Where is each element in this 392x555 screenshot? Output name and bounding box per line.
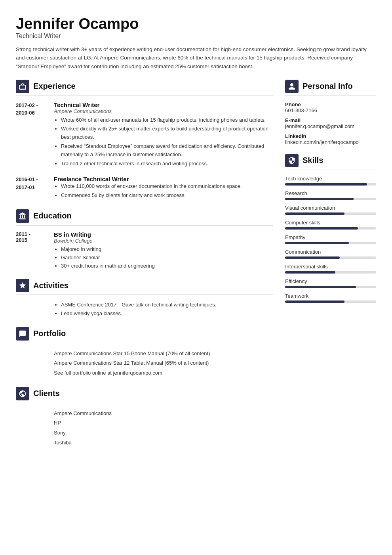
skill-name: Teamwork bbox=[285, 293, 376, 299]
portfolio-section: Portfolio Ampere Communications Star 15 … bbox=[16, 327, 273, 378]
list-item: Majored in writing bbox=[61, 245, 273, 254]
skill-bar-bg bbox=[285, 198, 376, 200]
edu-dates-0: 2011 - 2015 bbox=[16, 231, 48, 270]
header: Jennifer Ocampo Technical Writer Strong … bbox=[16, 16, 376, 71]
list-item: Lead weekly yoga classes. bbox=[61, 309, 273, 318]
skill-bar-fill bbox=[285, 286, 356, 288]
skill-name: Research bbox=[285, 190, 376, 196]
skill-name: Visual communication bbox=[285, 205, 376, 211]
portfolio-list: Ampere Communications Star 15 Phone Manu… bbox=[54, 349, 273, 378]
activities-bullets: ASME Conference 2017—Gave talk on techni… bbox=[54, 300, 273, 318]
skill-item: Teamwork bbox=[285, 293, 376, 303]
skill-name: Interpersonal skills bbox=[285, 264, 376, 270]
skill-bar-bg bbox=[285, 227, 376, 230]
list-item: Gardiner Scholar bbox=[61, 254, 273, 262]
activities-header: Activities bbox=[16, 279, 273, 295]
list-item: Received “Standout Employee” company awa… bbox=[61, 142, 273, 159]
skill-bar-bg bbox=[285, 212, 376, 215]
candidate-name: Jennifer Ocampo bbox=[16, 16, 376, 33]
clients-section: Clients Ampere CommunicationsHPSonyToshi… bbox=[16, 387, 273, 448]
exp-bullets-0: Wrote 60% of all end-user manuals for 15… bbox=[54, 116, 273, 168]
two-column-layout: Experience 2017-02 - 2019-06 Technical W… bbox=[16, 80, 376, 457]
skill-bar-bg bbox=[285, 256, 376, 259]
personal-info-fields: Phone601-303-7166E-mailjennifer.q.ocampo… bbox=[285, 101, 376, 145]
personal-info-value: 601-303-7166 bbox=[285, 107, 376, 113]
skills-list: Tech knowledge Research Visual communica… bbox=[285, 176, 376, 303]
clients-spacer bbox=[16, 409, 48, 448]
exp-dates-0: 2017-02 - 2019-06 bbox=[16, 101, 48, 169]
education-entry-0: 2011 - 2015 BS in Writing Bowdoin Colleg… bbox=[16, 231, 273, 270]
exp-job-title-0: Technical Writer bbox=[54, 101, 273, 108]
personal-info-field: LinkedInlinkedin.com/in/jenniferqocampo bbox=[285, 133, 376, 145]
edu-degree-0: BS in Writing bbox=[54, 231, 273, 238]
experience-section: Experience 2017-02 - 2019-06 Technical W… bbox=[16, 80, 273, 201]
list-item: 30+ credit hours in math and engineering bbox=[61, 262, 273, 270]
star-icon bbox=[19, 281, 27, 289]
personal-info-label: LinkedIn bbox=[285, 133, 376, 139]
personal-info-title: Personal Info bbox=[303, 82, 353, 91]
candidate-title: Technical Writer bbox=[16, 33, 376, 40]
skill-item: Communication bbox=[285, 249, 376, 259]
personal-info-field: Phone601-303-7166 bbox=[285, 101, 376, 113]
skills-gear-icon bbox=[288, 157, 296, 165]
skill-bar-bg bbox=[285, 286, 376, 288]
personal-info-value: linkedin.com/in/jenniferqocampo bbox=[285, 139, 376, 145]
exp-dates-1: 2016-01 - 2017-01 bbox=[16, 176, 48, 201]
skill-item: Empathy bbox=[285, 234, 376, 244]
activities-title: Activities bbox=[33, 281, 69, 290]
skill-name: Communication bbox=[285, 249, 376, 255]
list-item: Trained 2 other technical writers in res… bbox=[61, 160, 273, 168]
clients-icon bbox=[16, 387, 29, 400]
activities-icon bbox=[16, 279, 29, 292]
skill-item: Computer skills bbox=[285, 220, 376, 230]
list-item: See full portfolio online at jenniferqoc… bbox=[54, 368, 273, 378]
skill-bar-fill bbox=[285, 256, 340, 259]
activities-section: Activities ASME Conference 2017—Gave tal… bbox=[16, 279, 273, 318]
skill-item: Interpersonal skills bbox=[285, 264, 376, 274]
skills-header: Skills bbox=[285, 154, 376, 170]
personal-info-label: E-mail bbox=[285, 117, 376, 123]
exp-content-0: Technical Writer Ampere Communications W… bbox=[54, 101, 273, 169]
list-item: Sony bbox=[54, 428, 273, 438]
personal-info-label: Phone bbox=[285, 101, 376, 107]
personal-info-icon bbox=[285, 80, 299, 93]
skill-bar-fill bbox=[285, 271, 335, 274]
experience-icon bbox=[16, 80, 29, 93]
personal-info-value: jennifer.q.ocampo@gmail.com bbox=[285, 123, 376, 129]
skill-bar-fill bbox=[285, 183, 367, 186]
exp-bullets-1: Wrote 110,000 words of end-user document… bbox=[54, 182, 273, 200]
experience-entry-1: 2016-01 - 2017-01 Freelance Technical Wr… bbox=[16, 176, 273, 201]
portfolio-spacer bbox=[16, 349, 48, 378]
list-item: Commended 5x by clients for clarity and … bbox=[61, 191, 273, 200]
edu-school-0: Bowdoin College bbox=[54, 238, 273, 244]
skill-bar-bg bbox=[285, 271, 376, 274]
clients-entry: Ampere CommunicationsHPSonyToshiba bbox=[16, 409, 273, 448]
skill-bar-fill bbox=[285, 227, 358, 230]
list-item: HP bbox=[54, 418, 273, 428]
clients-list: Ampere CommunicationsHPSonyToshiba bbox=[54, 409, 273, 448]
personal-info-header: Personal Info bbox=[285, 80, 376, 96]
skill-name: Computer skills bbox=[285, 220, 376, 226]
skills-section: Skills Tech knowledge Research Visual co… bbox=[285, 154, 376, 303]
education-header: Education bbox=[16, 209, 273, 226]
person-icon bbox=[288, 82, 296, 90]
skill-bar-fill bbox=[285, 212, 344, 215]
portfolio-header: Portfolio bbox=[16, 327, 273, 343]
skill-item: Visual communication bbox=[285, 205, 376, 215]
exp-content-1: Freelance Technical Writer Wrote 110,000… bbox=[54, 176, 273, 201]
portfolio-icon bbox=[16, 327, 29, 341]
skill-item: Efficiency bbox=[285, 278, 376, 288]
activities-entry: ASME Conference 2017—Gave talk on techni… bbox=[16, 300, 273, 318]
skill-bar-fill bbox=[285, 300, 344, 303]
skill-bar-bg bbox=[285, 183, 376, 186]
skill-bar-bg bbox=[285, 300, 376, 303]
list-item: Wrote 60% of all end-user manuals for 15… bbox=[61, 116, 273, 124]
skill-item: Research bbox=[285, 190, 376, 200]
skill-bar-fill bbox=[285, 242, 349, 244]
skill-name: Empathy bbox=[285, 234, 376, 240]
skill-name: Efficiency bbox=[285, 278, 376, 284]
candidate-summary: Strong technical writer with 3+ years of… bbox=[16, 45, 376, 71]
education-title: Education bbox=[33, 211, 72, 220]
skill-name: Tech knowledge bbox=[285, 176, 376, 182]
chat-icon bbox=[19, 330, 27, 338]
